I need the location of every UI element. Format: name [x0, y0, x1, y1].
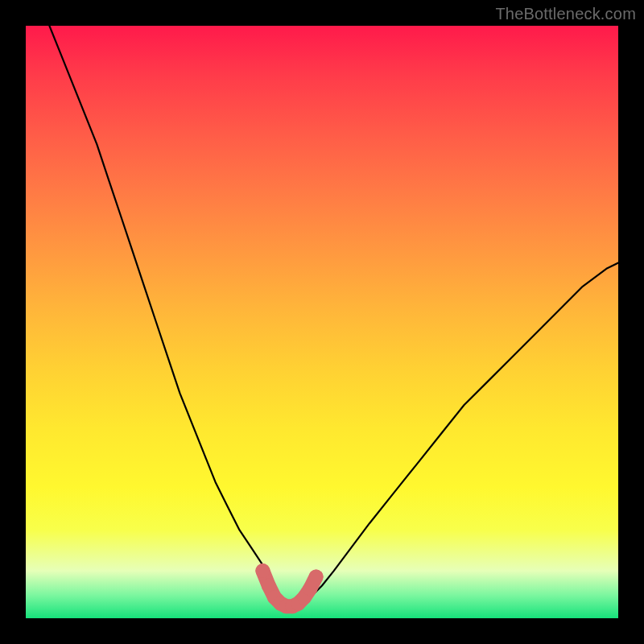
chart-svg [26, 26, 618, 618]
marker-group [255, 564, 323, 613]
plot-area [26, 26, 618, 618]
chart-frame: TheBottleneck.com [0, 0, 644, 644]
bottleneck-curve-path [49, 26, 618, 606]
optimal-marker-dot [309, 570, 324, 584]
curve-group [49, 26, 618, 606]
watermark-text: TheBottleneck.com [495, 5, 636, 23]
optimal-marker-dot [255, 564, 270, 578]
